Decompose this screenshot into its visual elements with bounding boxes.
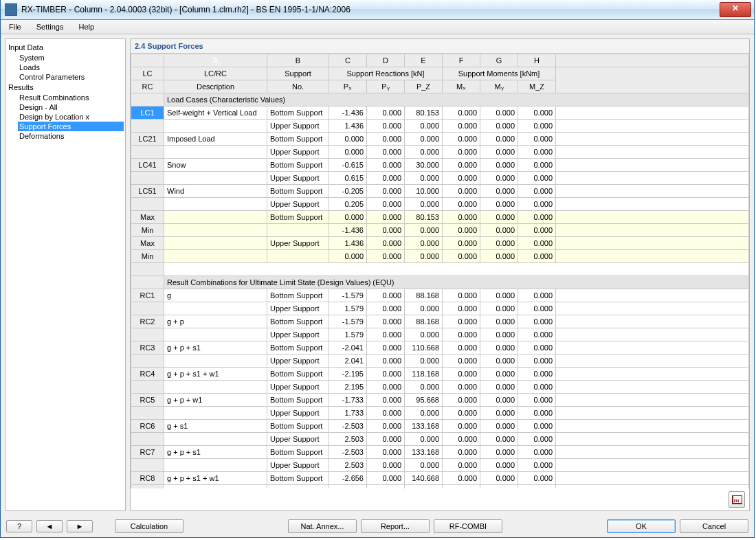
table-row[interactable]: RC4g + p + s1 + w1Bottom Support-2.1950.… xyxy=(131,368,749,381)
table-row[interactable]: Upper Support0.0000.0000.0000.0000.0000.… xyxy=(131,146,749,159)
row-id[interactable] xyxy=(131,485,164,489)
nav-system[interactable]: System xyxy=(18,53,124,63)
cell-value[interactable]: 0.000 xyxy=(518,394,556,407)
cell-value[interactable]: 0.000 xyxy=(329,250,367,263)
cell-value[interactable]: 0.000 xyxy=(518,146,556,159)
cell-value[interactable]: 0.000 xyxy=(480,381,518,394)
row-desc[interactable]: Imposed Load xyxy=(164,133,267,146)
cell-value[interactable]: 1.733 xyxy=(329,407,367,420)
row-id[interactable]: RC8 xyxy=(131,472,164,485)
cell-value[interactable]: 0.000 xyxy=(518,172,556,185)
menu-file[interactable]: File xyxy=(5,21,25,32)
cell-value[interactable]: 0.000 xyxy=(480,472,518,485)
col-e[interactable]: E xyxy=(405,54,443,67)
row-desc[interactable] xyxy=(164,146,267,159)
col-a[interactable]: A xyxy=(164,54,267,67)
row-support[interactable]: Bottom Support xyxy=(267,315,329,328)
cell-value[interactable]: 0.000 xyxy=(480,355,518,368)
cell-value[interactable]: 0.000 xyxy=(480,133,518,146)
row-support[interactable]: Upper Support xyxy=(267,328,329,341)
menu-settings[interactable]: Settings xyxy=(32,21,68,32)
calculation-button[interactable]: Calculation xyxy=(115,519,184,533)
cell-value[interactable]: 0.000 xyxy=(367,381,405,394)
col-d[interactable]: D xyxy=(367,54,405,67)
cell-value[interactable]: 118.168 xyxy=(405,368,443,381)
cell-value[interactable]: 1.579 xyxy=(329,302,367,315)
cell-value[interactable]: 0.000 xyxy=(480,433,518,446)
cell-value[interactable]: 0.000 xyxy=(367,289,405,302)
nav-result-combinations[interactable]: Result Combinations xyxy=(18,93,124,102)
cell-value[interactable]: 88.168 xyxy=(405,315,443,328)
cell-value[interactable]: 0.000 xyxy=(405,120,443,133)
row-id[interactable]: LC41 xyxy=(131,159,164,172)
cell-value[interactable]: 0.000 xyxy=(367,237,405,250)
row-id[interactable]: Max xyxy=(131,211,164,224)
nav-design-all[interactable]: Design - All xyxy=(18,102,124,112)
cell-value[interactable]: 1.436 xyxy=(329,120,367,133)
table-row[interactable]: Upper Support0.6150.0000.0000.0000.0000.… xyxy=(131,172,749,185)
cell-value[interactable]: 133.168 xyxy=(405,420,443,433)
cell-value[interactable]: 0.000 xyxy=(480,459,518,472)
row-support[interactable]: Bottom Support xyxy=(267,185,329,198)
cell-value[interactable]: 0.000 xyxy=(480,446,518,459)
cell-value[interactable]: -1.436 xyxy=(329,224,367,237)
cell-value[interactable]: 0.000 xyxy=(367,185,405,198)
cell-value[interactable]: -1.579 xyxy=(329,315,367,328)
table-row[interactable]: LC1Self-weight + Vertical LoadBottom Sup… xyxy=(131,106,749,120)
cell-value[interactable]: 0.000 xyxy=(443,328,480,341)
report-button[interactable]: Report... xyxy=(361,519,430,533)
row-support[interactable]: Upper Support xyxy=(267,381,329,394)
cell-value[interactable]: 0.000 xyxy=(518,185,556,198)
row-desc[interactable]: g + p + w1 xyxy=(164,394,267,407)
cell-value[interactable]: 0.000 xyxy=(480,485,518,489)
cell-value[interactable]: 0.000 xyxy=(480,172,518,185)
cell-value[interactable]: 0.000 xyxy=(480,368,518,381)
cell-value[interactable]: 0.000 xyxy=(518,237,556,250)
cell-value[interactable]: 0.000 xyxy=(443,485,480,489)
row-support[interactable]: Bottom Support xyxy=(267,159,329,172)
cell-value[interactable]: 30.000 xyxy=(405,159,443,172)
cell-value[interactable]: 0.000 xyxy=(405,237,443,250)
cell-value[interactable]: 0.000 xyxy=(367,446,405,459)
cell-value[interactable]: 0.000 xyxy=(443,407,480,420)
cell-value[interactable]: 0.000 xyxy=(367,368,405,381)
cell-value[interactable]: 2.503 xyxy=(329,459,367,472)
row-id[interactable] xyxy=(131,381,164,394)
row-support[interactable]: Bottom Support xyxy=(267,394,329,407)
row-support[interactable] xyxy=(267,250,329,263)
cell-value[interactable]: -2.195 xyxy=(329,368,367,381)
cell-value[interactable]: 0.000 xyxy=(443,133,480,146)
cell-value[interactable]: 0.000 xyxy=(518,289,556,302)
cell-value[interactable]: 0.000 xyxy=(443,446,480,459)
row-id[interactable] xyxy=(131,146,164,159)
cell-value[interactable]: 0.000 xyxy=(480,328,518,341)
cell-value[interactable]: 2.656 xyxy=(329,485,367,489)
cell-value[interactable]: 0.000 xyxy=(518,224,556,237)
row-id[interactable]: Min xyxy=(131,250,164,263)
cell-value[interactable]: 0.000 xyxy=(480,315,518,328)
cell-value[interactable]: 0.000 xyxy=(367,407,405,420)
row-support[interactable]: Upper Support xyxy=(267,172,329,185)
row-id[interactable]: Max xyxy=(131,237,164,250)
row-id[interactable] xyxy=(131,198,164,211)
cell-value[interactable]: 0.000 xyxy=(329,146,367,159)
cell-value[interactable]: 110.668 xyxy=(405,341,443,355)
cell-value[interactable]: 0.000 xyxy=(405,302,443,315)
row-support[interactable]: Bottom Support xyxy=(267,368,329,381)
row-desc[interactable]: g + p + s1 + w1 xyxy=(164,472,267,485)
cell-value[interactable]: 0.000 xyxy=(518,341,556,355)
cell-value[interactable]: 0.000 xyxy=(443,381,480,394)
nav-input-data[interactable]: Input Data xyxy=(8,43,122,52)
cell-value[interactable]: 0.000 xyxy=(480,211,518,224)
table-row[interactable]: MaxUpper Support1.4360.0000.0000.0000.00… xyxy=(131,237,749,250)
cell-value[interactable]: 0.000 xyxy=(405,381,443,394)
row-desc[interactable] xyxy=(164,250,267,263)
cell-value[interactable]: 0.000 xyxy=(367,472,405,485)
cell-value[interactable]: 0.000 xyxy=(480,159,518,172)
cell-value[interactable]: -1.579 xyxy=(329,289,367,302)
row-id[interactable]: RC3 xyxy=(131,341,164,355)
row-support[interactable]: Upper Support xyxy=(267,237,329,250)
cell-value[interactable]: 0.000 xyxy=(443,198,480,211)
row-desc[interactable]: Self-weight + Vertical Load xyxy=(164,106,267,120)
row-desc[interactable] xyxy=(164,302,267,315)
